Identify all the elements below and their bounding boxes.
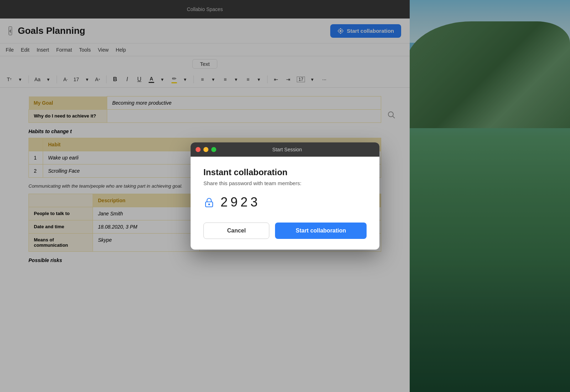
modal-subtext: Share this password with team members: — [203, 180, 367, 186]
lock-icon — [203, 197, 215, 208]
modal-overlay: Start Session Instant collaboration Shar… — [0, 0, 570, 392]
modal-close-button[interactable] — [196, 147, 201, 152]
modal-actions: Cancel Start collaboration — [203, 223, 367, 239]
modal-body: Instant collaboration Share this passwor… — [191, 157, 379, 250]
start-collaboration-modal-button[interactable]: Start collaboration — [275, 223, 367, 239]
start-session-modal: Start Session Instant collaboration Shar… — [191, 142, 379, 250]
modal-titlebar: Start Session — [191, 142, 379, 157]
modal-title: Start Session — [219, 147, 355, 152]
password-display: 2923 — [221, 195, 260, 210]
modal-maximize-button[interactable] — [211, 147, 216, 152]
modal-minimize-button[interactable] — [203, 147, 208, 152]
svg-point-12 — [208, 204, 210, 205]
password-row: 2923 — [203, 195, 367, 210]
cancel-button[interactable]: Cancel — [203, 223, 269, 239]
modal-heading: Instant collaboration — [203, 167, 367, 177]
